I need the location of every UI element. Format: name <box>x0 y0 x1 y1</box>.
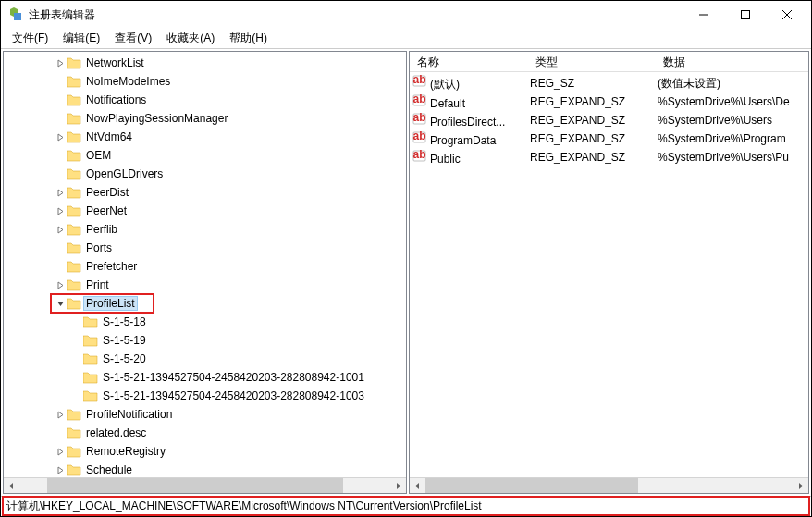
scroll-left-button[interactable] <box>410 478 425 494</box>
menu-view[interactable]: 查看(V) <box>107 29 159 48</box>
folder-icon <box>67 426 81 439</box>
folder-icon <box>83 352 98 365</box>
window-title: 注册表编辑器 <box>29 7 683 23</box>
svg-text:ab: ab <box>412 93 425 105</box>
tree-item[interactable]: Schedule <box>4 461 406 477</box>
tree-item-label: PeerNet <box>83 204 129 217</box>
value-type-cell: REG_EXPAND_SZ <box>528 114 656 127</box>
tree-item-label: PeerDist <box>83 186 131 199</box>
tree-item[interactable]: related.desc <box>4 424 406 442</box>
scroll-thumb[interactable] <box>425 478 638 494</box>
scroll-left-button[interactable] <box>4 478 19 494</box>
expander-icon[interactable] <box>54 189 67 197</box>
value-row[interactable]: abDefaultREG_EXPAND_SZ%SystemDrive%\User… <box>410 92 808 111</box>
expander-icon[interactable] <box>54 226 67 234</box>
expander-icon[interactable] <box>54 133 67 142</box>
tree-item-label: Print <box>83 278 112 291</box>
menu-favorites[interactable]: 收藏夹(A) <box>159 29 222 48</box>
tree-item[interactable]: Perflib <box>4 220 406 239</box>
list-h-scrollbar[interactable] <box>410 477 808 493</box>
svg-text:ab: ab <box>412 112 425 124</box>
tree-item[interactable]: ProfileList <box>4 294 406 313</box>
expander-icon[interactable] <box>54 207 67 215</box>
expander-icon[interactable] <box>54 300 67 308</box>
tree-item-label: related.desc <box>83 426 149 439</box>
value-row[interactable]: abProgramDataREG_EXPAND_SZ%SystemDrive%\… <box>410 129 808 148</box>
tree-item[interactable]: Prefetcher <box>4 257 406 276</box>
expander-icon[interactable] <box>54 448 67 456</box>
expander-icon[interactable] <box>54 466 67 474</box>
value-name-cell: abProfilesDirect... <box>410 112 528 129</box>
tree-item-label: S-1-5-20 <box>100 352 149 365</box>
tree-item-label: Schedule <box>83 463 135 476</box>
scroll-track[interactable] <box>425 478 793 494</box>
expander-icon[interactable] <box>54 411 67 419</box>
folder-icon <box>67 167 81 180</box>
value-name-cell: ab(默认) <box>410 74 528 92</box>
close-button[interactable] <box>766 1 807 29</box>
tree-item[interactable]: NoImeModeImes <box>4 72 406 91</box>
minimize-button[interactable] <box>683 1 724 29</box>
tree-h-scrollbar[interactable] <box>4 477 406 493</box>
tree-item[interactable]: S-1-5-20 <box>4 350 406 368</box>
value-row[interactable]: abProfilesDirect...REG_EXPAND_SZ%SystemD… <box>410 111 808 129</box>
folder-icon <box>67 186 81 199</box>
value-name-cell: abProgramData <box>410 130 528 147</box>
folder-icon <box>67 408 81 421</box>
list-body-wrap[interactable]: ab(默认)REG_SZ(数值未设置)abDefaultREG_EXPAND_S… <box>410 72 808 477</box>
col-header-data[interactable]: 数据 <box>656 52 808 71</box>
tree-item[interactable]: NtVdm64 <box>4 128 406 146</box>
menu-file[interactable]: 文件(F) <box>5 29 55 48</box>
col-header-type[interactable]: 类型 <box>528 52 656 71</box>
tree-item[interactable]: S-1-5-21-1394527504-2458420203-282808942… <box>4 387 406 405</box>
tree-item-label: S-1-5-18 <box>100 315 149 328</box>
scroll-right-button[interactable] <box>390 478 406 494</box>
scroll-right-button[interactable] <box>793 478 808 494</box>
scroll-track[interactable] <box>19 478 390 494</box>
maximize-button[interactable] <box>724 1 766 29</box>
scroll-thumb[interactable] <box>47 478 343 494</box>
tree-item[interactable]: PeerDist <box>4 183 406 202</box>
tree-item[interactable]: NetworkList <box>4 54 406 72</box>
tree-item-label: Ports <box>83 241 115 254</box>
folder-icon <box>67 56 81 69</box>
tree-item[interactable]: OpenGLDrivers <box>4 165 406 183</box>
value-type-cell: REG_SZ <box>528 77 656 90</box>
expander-icon[interactable] <box>54 281 67 289</box>
value-row[interactable]: abPublicREG_EXPAND_SZ%SystemDrive%\Users… <box>410 148 808 166</box>
value-row[interactable]: ab(默认)REG_SZ(数值未设置) <box>410 74 808 92</box>
titlebar: 注册表编辑器 <box>1 1 811 29</box>
tree-item[interactable]: OEM <box>4 146 406 165</box>
folder-icon <box>67 130 81 143</box>
value-type-cell: REG_EXPAND_SZ <box>528 151 656 164</box>
tree-item[interactable]: NowPlayingSessionManager <box>4 109 406 128</box>
tree-item[interactable]: S-1-5-18 <box>4 313 406 331</box>
tree-item[interactable]: RemoteRegistry <box>4 442 406 461</box>
tree-item-label: Perflib <box>83 223 120 236</box>
menu-help[interactable]: 帮助(H) <box>222 29 275 48</box>
tree-item[interactable]: Ports <box>4 239 406 257</box>
tree-item-label: S-1-5-21-1394527504-2458420203-282808942… <box>100 371 367 384</box>
value-data-cell: %SystemDrive%\Users\De <box>656 95 808 108</box>
value-name-cell: abPublic <box>410 149 528 166</box>
menubar: 文件(F) 编辑(E) 查看(V) 收藏夹(A) 帮助(H) <box>1 29 811 49</box>
tree-item-label: NetworkList <box>83 56 147 69</box>
tree-item[interactable]: S-1-5-19 <box>4 331 406 350</box>
tree-item[interactable]: ProfileNotification <box>4 405 406 424</box>
values-pane: 名称 类型 数据 ab(默认)REG_SZ(数值未设置)abDefaultREG… <box>409 51 809 494</box>
regedit-icon <box>8 7 23 22</box>
svg-text:ab: ab <box>412 149 425 161</box>
expander-icon[interactable] <box>54 59 67 68</box>
tree-item-label: Notifications <box>83 93 149 106</box>
folder-icon <box>67 112 81 125</box>
menu-edit[interactable]: 编辑(E) <box>55 29 107 48</box>
col-header-name[interactable]: 名称 <box>410 52 528 71</box>
tree-body[interactable]: NetworkListNoImeModeImesNotificationsNow… <box>4 52 406 477</box>
tree-item[interactable]: S-1-5-21-1394527504-2458420203-282808942… <box>4 368 406 387</box>
tree-item[interactable]: Print <box>4 276 406 294</box>
list-header: 名称 类型 数据 <box>410 52 808 72</box>
value-type-cell: REG_EXPAND_SZ <box>528 132 656 145</box>
tree-item[interactable]: PeerNet <box>4 202 406 220</box>
tree-item[interactable]: Notifications <box>4 91 406 109</box>
folder-icon <box>83 334 98 347</box>
